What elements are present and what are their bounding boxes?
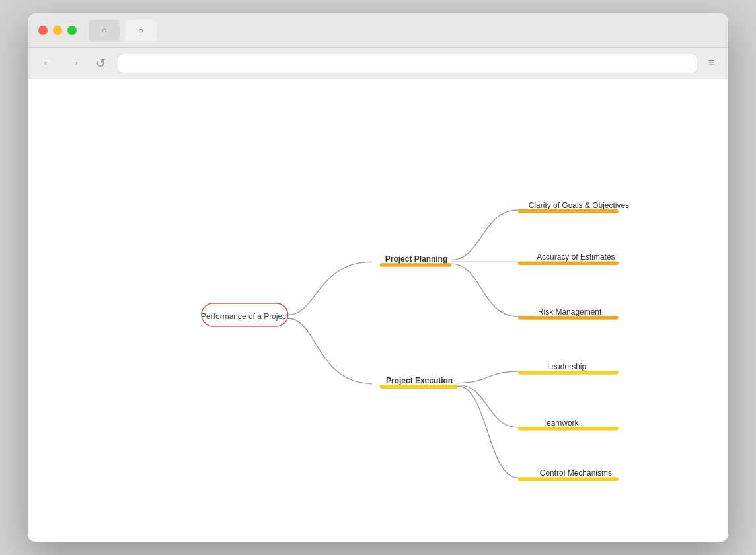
browser-window: ○ ○ ← → ↺ ≡ Performance of a Project [28,13,728,542]
leadership-bar [518,371,619,375]
tab-1[interactable]: ○ [89,20,120,41]
mindmap-diagram: Performance of a Project Project Plannin… [28,79,728,542]
menu-icon: ≡ [708,56,715,69]
connector-execution-to-leadership [458,371,518,383]
reload-button[interactable]: ↺ [91,54,110,73]
risk-bar [518,316,619,320]
planning-bar [380,263,452,267]
tab-2-label: ○ [138,26,143,35]
traffic-lights [38,26,77,35]
accuracy-label: Accuracy of Estimates [537,252,615,262]
accuracy-bar [518,261,619,265]
minimize-button[interactable] [53,26,62,35]
risk-label: Risk Management [538,307,602,316]
connector-execution-to-control [458,386,518,478]
execution-label: Project Execution [386,376,453,385]
control-label: Control Mechanisms [540,468,612,478]
forward-button[interactable]: → [65,54,83,73]
tab-area: ○ ○ [89,20,718,41]
connector-execution-to-teamwork [458,385,518,427]
tab-2[interactable]: ○ [125,20,156,41]
tab-1-label: ○ [102,26,106,35]
connector-root-to-planning [288,262,372,314]
reload-icon: ↺ [96,56,106,71]
address-bar[interactable] [118,54,697,73]
menu-button[interactable]: ≡ [705,54,718,73]
planning-label: Project Planning [385,254,447,264]
connector-root-to-execution [288,318,372,384]
forward-icon: → [68,56,80,70]
connector-planning-to-clarity [451,210,517,260]
teamwork-label: Teamwork [543,418,579,427]
toolbar: ← → ↺ ≡ [28,48,728,79]
close-button[interactable] [38,26,48,35]
maximize-button[interactable] [67,26,77,35]
teamwork-bar [518,427,619,431]
back-button[interactable]: ← [38,54,57,73]
leadership-label: Leadership [547,362,587,371]
title-bar: ○ ○ [28,13,728,48]
clarity-bar [518,209,619,213]
clarity-label: Clarity of Goals & Objectives [529,201,629,210]
execution-bar [380,385,458,388]
control-bar [518,477,619,481]
content-area: Performance of a Project Project Plannin… [28,79,728,542]
root-label: Performance of a Project [201,312,289,321]
connector-planning-to-risk [451,264,517,316]
back-icon: ← [42,56,54,70]
